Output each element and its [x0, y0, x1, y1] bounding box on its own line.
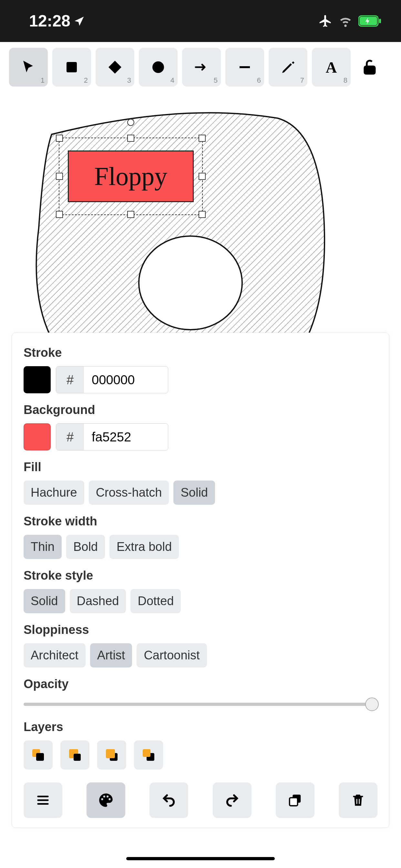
canvas[interactable]: Floppy	[0, 92, 401, 335]
slider-track	[24, 703, 377, 706]
wifi-icon	[338, 14, 352, 28]
resize-handle-bl[interactable]	[56, 211, 63, 218]
text-icon: A	[326, 58, 337, 76]
svg-rect-23	[289, 798, 298, 806]
menu-icon	[35, 793, 50, 808]
background-hex-input[interactable]	[84, 424, 168, 450]
stroke-section: Stroke #	[24, 346, 377, 393]
bring-to-front-button[interactable]	[134, 740, 163, 770]
rotate-handle[interactable]	[127, 119, 134, 126]
resize-handle-l[interactable]	[56, 173, 63, 180]
tool-number: 2	[84, 76, 88, 85]
tool-diamond[interactable]: 3	[96, 48, 134, 87]
selection-box[interactable]	[59, 137, 203, 215]
stroke-width-extra-bold[interactable]: Extra bold	[110, 535, 179, 559]
diamond-icon	[107, 59, 123, 75]
sloppiness-section: Sloppiness Architect Artist Cartoonist	[24, 623, 377, 668]
resize-handle-r[interactable]	[198, 173, 206, 180]
svg-rect-14	[73, 754, 81, 761]
redo-button[interactable]	[213, 782, 251, 818]
svg-point-4	[152, 61, 164, 73]
fill-hachure[interactable]: Hachure	[24, 480, 84, 505]
tool-number: 6	[257, 76, 261, 85]
slider-thumb[interactable]	[365, 698, 379, 711]
status-icons	[318, 14, 382, 28]
duplicate-icon	[288, 793, 303, 808]
tool-number: 5	[214, 76, 218, 85]
arrow-icon	[194, 59, 209, 75]
battery-charging-icon	[359, 15, 382, 27]
tool-arrow[interactable]: 5	[182, 48, 221, 87]
resize-handle-tl[interactable]	[56, 135, 63, 142]
trash-icon	[351, 793, 366, 808]
tool-select[interactable]: 1	[9, 48, 48, 87]
home-indicator[interactable]	[126, 857, 275, 860]
svg-rect-12	[36, 753, 44, 761]
stroke-width-label: Stroke width	[24, 515, 377, 528]
palette-button[interactable]	[87, 782, 125, 818]
hash-symbol: #	[56, 367, 84, 393]
fill-cross-hatch[interactable]: Cross-hatch	[89, 480, 169, 505]
delete-button[interactable]	[339, 782, 377, 818]
stroke-width-section: Stroke width Thin Bold Extra bold	[24, 515, 377, 559]
tool-text[interactable]: A 8	[312, 48, 351, 87]
line-icon	[237, 59, 252, 75]
stroke-color-input-wrap: #	[56, 366, 168, 393]
tool-line[interactable]: 6	[225, 48, 264, 87]
stroke-style-dotted[interactable]: Dotted	[130, 589, 181, 613]
svg-rect-6	[365, 66, 375, 74]
stroke-style-solid[interactable]: Solid	[24, 589, 65, 613]
fill-section: Fill Hachure Cross-hatch Solid	[24, 460, 377, 505]
sloppiness-architect[interactable]: Architect	[24, 643, 86, 668]
sloppiness-cartoonist[interactable]: Cartoonist	[136, 643, 207, 668]
svg-rect-16	[106, 749, 115, 758]
send-backward-button[interactable]	[60, 740, 89, 770]
bring-forward-button[interactable]	[97, 740, 126, 770]
unlock-icon	[361, 58, 378, 76]
status-bar: 12:28	[0, 0, 401, 42]
resize-handle-br[interactable]	[198, 211, 206, 218]
bring-to-front-icon	[141, 747, 156, 763]
send-to-back-icon	[30, 747, 46, 763]
stroke-style-label: Stroke style	[24, 569, 377, 583]
svg-rect-2	[379, 19, 381, 23]
undo-icon	[161, 793, 176, 808]
menu-button[interactable]	[24, 782, 62, 818]
duplicate-button[interactable]	[276, 782, 314, 818]
time-text: 12:28	[29, 11, 70, 30]
tool-draw[interactable]: 7	[269, 48, 307, 87]
fill-solid[interactable]: Solid	[174, 480, 215, 505]
lock-button[interactable]	[359, 48, 381, 87]
opacity-slider[interactable]	[24, 698, 377, 710]
svg-rect-3	[66, 62, 77, 72]
resize-handle-t[interactable]	[127, 135, 134, 142]
status-time: 12:28	[29, 11, 85, 30]
stroke-label: Stroke	[24, 346, 377, 360]
hash-symbol: #	[56, 424, 84, 450]
opacity-label: Opacity	[24, 677, 377, 691]
stroke-hex-input[interactable]	[84, 367, 168, 393]
properties-panel: Stroke # Background # Fill Hachure Cross…	[11, 333, 390, 828]
redo-icon	[225, 793, 240, 808]
palette-icon	[98, 792, 114, 808]
background-color-input-wrap: #	[56, 423, 168, 451]
undo-button[interactable]	[150, 782, 188, 818]
layers-section: Layers	[24, 720, 377, 770]
stroke-width-thin[interactable]: Thin	[24, 535, 62, 559]
svg-rect-18	[143, 749, 150, 757]
tool-rectangle[interactable]: 2	[52, 48, 91, 87]
tool-number: 8	[343, 76, 347, 85]
resize-handle-tr[interactable]	[198, 135, 206, 142]
tool-ellipse[interactable]: 4	[139, 48, 178, 87]
tool-number: 7	[300, 76, 304, 85]
resize-handle-b[interactable]	[127, 211, 134, 218]
tool-number: 4	[171, 76, 174, 85]
send-to-back-button[interactable]	[24, 740, 53, 770]
sloppiness-artist[interactable]: Artist	[90, 643, 132, 668]
stroke-width-bold[interactable]: Bold	[66, 535, 105, 559]
stroke-style-dashed[interactable]: Dashed	[70, 589, 126, 613]
stroke-swatch[interactable]	[24, 366, 51, 393]
background-swatch[interactable]	[24, 423, 51, 451]
send-backward-icon	[67, 747, 83, 763]
location-icon	[73, 15, 85, 27]
